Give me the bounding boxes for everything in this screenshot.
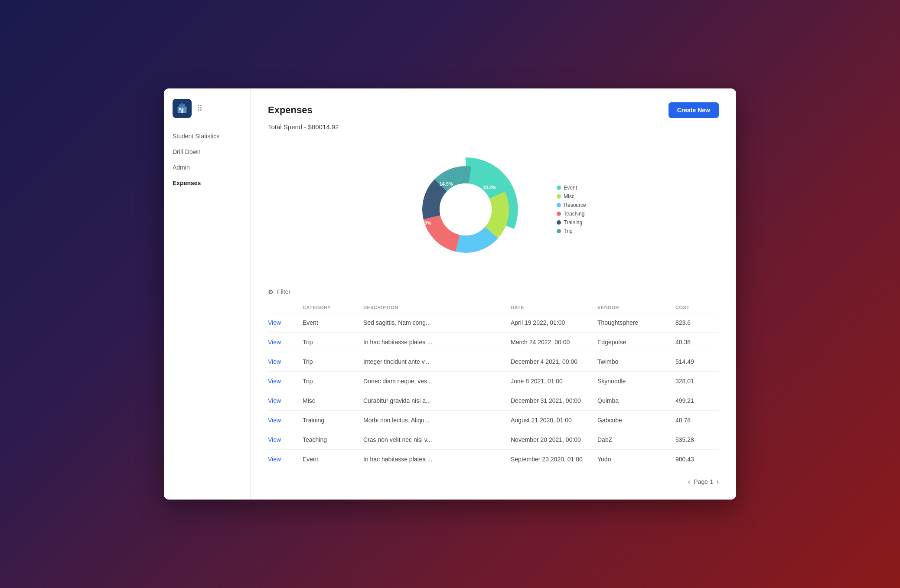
svg-text:17.6%: 17.6%: [435, 264, 449, 269]
cell-date-1: March 24 2022, 00:00: [511, 339, 597, 346]
view-link-4[interactable]: View: [268, 397, 303, 404]
col-header-vendor: VENDOR: [597, 305, 675, 310]
cell-vendor-6: DabZ: [597, 436, 675, 443]
cell-cost-4: 499.21: [675, 397, 719, 404]
svg-rect-2: [181, 103, 183, 105]
svg-rect-5: [181, 110, 183, 113]
table-row: View Event Sed sagittis. Nam cong... Apr…: [268, 313, 719, 333]
cell-description-5: Morbi non lectus. Aliqu...: [363, 417, 511, 424]
legend-item-event: Event: [557, 185, 586, 191]
legend-item-teaching: Teaching: [557, 211, 586, 217]
total-spend-label: Total Spend - $80014.92: [268, 123, 719, 131]
prev-page-button[interactable]: ‹: [688, 478, 690, 486]
cell-date-4: December 31 2021, 00:00: [511, 397, 597, 404]
legend-item-training: Training: [557, 219, 586, 225]
event-dot: [557, 186, 561, 190]
cell-category-3: Trip: [303, 378, 363, 385]
cell-date-0: April 19 2022, 01:00: [511, 319, 597, 326]
trip-dot: [557, 229, 561, 233]
col-header-action: [268, 305, 303, 310]
filter-row[interactable]: ⚙ Filter: [268, 288, 719, 295]
page-label: Page 1: [694, 478, 713, 485]
legend-item-resource: Resource: [557, 202, 586, 208]
col-header-description: DESCRIPTION: [363, 305, 511, 310]
page-title: Expenses: [268, 105, 313, 116]
sidebar-item-student-statistics[interactable]: Student Statistics: [164, 128, 250, 144]
donut-chart: 18.2% 18.3% 17.1% 17.6% 15.9% 14.9%: [401, 144, 531, 274]
legend-label-teaching: Teaching: [564, 211, 584, 217]
chart-section: 18.2% 18.3% 17.1% 17.6% 15.9% 14.9%: [268, 144, 719, 274]
cell-vendor-2: Twimbo: [597, 358, 675, 365]
view-link-7[interactable]: View: [268, 456, 303, 463]
table-row: View Training Morbi non lectus. Aliqu...…: [268, 411, 719, 430]
table-row: View Trip Integer tincidunt ante v... De…: [268, 352, 719, 372]
cell-description-3: Donec diam neque, ves...: [363, 378, 511, 385]
cell-cost-6: 535.28: [675, 436, 719, 443]
logo-icon: [173, 99, 192, 118]
svg-text:18.3%: 18.3%: [503, 235, 517, 241]
legend-item-trip: Trip: [557, 228, 586, 234]
cell-vendor-5: Gabcube: [597, 417, 675, 424]
svg-text:15.9%: 15.9%: [418, 220, 431, 225]
cell-cost-0: 823.6: [675, 319, 719, 326]
cell-date-7: September 23 2020, 01:00: [511, 456, 597, 463]
table-row: View Trip In hac habitasse platea ... Ma…: [268, 333, 719, 352]
table-row: View Trip Donec diam neque, ves... June …: [268, 372, 719, 391]
cell-cost-3: 328.01: [675, 378, 719, 385]
cell-date-5: August 21 2020, 01:00: [511, 417, 597, 424]
svg-text:17.1%: 17.1%: [478, 270, 491, 274]
view-link-1[interactable]: View: [268, 339, 303, 346]
main-content: Expenses Create New Total Spend - $80014…: [251, 88, 736, 500]
table-row: View Teaching Cras non velit nec nisi v.…: [268, 430, 719, 450]
table-body: View Event Sed sagittis. Nam cong... Apr…: [268, 313, 719, 469]
chart-legend: Event Misc Resource Teaching Training: [557, 185, 586, 234]
cell-vendor-7: Yodo: [597, 456, 675, 463]
view-link-2[interactable]: View: [268, 358, 303, 365]
misc-dot: [557, 194, 561, 199]
cell-cost-1: 48.38: [675, 339, 719, 346]
cell-category-7: Event: [303, 456, 363, 463]
cell-cost-7: 980.43: [675, 456, 719, 463]
cell-category-6: Teaching: [303, 436, 363, 443]
cell-vendor-3: Skynoodle: [597, 378, 675, 385]
next-page-button[interactable]: ›: [717, 478, 719, 486]
main-header: Expenses Create New: [268, 102, 719, 118]
sidebar-item-expenses[interactable]: Expenses: [164, 175, 250, 191]
cell-vendor-1: Edgepulse: [597, 339, 675, 346]
cell-description-6: Cras non velit nec nisi v...: [363, 436, 511, 443]
cell-category-5: Training: [303, 417, 363, 424]
legend-label-misc: Misc: [564, 193, 574, 199]
view-link-6[interactable]: View: [268, 436, 303, 443]
view-link-3[interactable]: View: [268, 378, 303, 385]
create-new-button[interactable]: Create New: [668, 102, 719, 118]
view-link-5[interactable]: View: [268, 417, 303, 424]
pagination: ‹ Page 1 ›: [268, 478, 719, 486]
cell-cost-5: 48.78: [675, 417, 719, 424]
legend-label-training: Training: [564, 219, 582, 225]
legend-item-misc: Misc: [557, 193, 586, 199]
cell-vendor-0: Thoughtsphere: [597, 319, 675, 326]
cell-category-2: Trip: [303, 358, 363, 365]
filter-icon: ⚙: [268, 288, 274, 295]
cell-vendor-4: Quimba: [597, 397, 675, 404]
cell-description-4: Curabitur gravida nisi a...: [363, 397, 511, 404]
view-link-0[interactable]: View: [268, 319, 303, 326]
cell-category-1: Trip: [303, 339, 363, 346]
svg-point-12: [440, 183, 492, 235]
table-header: CATEGORY DESCRIPTION DATE VENDOR COST: [268, 302, 719, 313]
filter-label: Filter: [277, 288, 290, 295]
sidebar-logo: ⠿: [164, 99, 250, 128]
cell-description-0: Sed sagittis. Nam cong...: [363, 319, 511, 326]
sidebar-item-drill-down[interactable]: Drill-Down: [164, 144, 250, 160]
legend-label-trip: Trip: [564, 228, 572, 234]
sidebar: ⠿ Student Statistics Drill-Down Admin Ex…: [164, 88, 251, 500]
grid-icon[interactable]: ⠿: [197, 104, 202, 113]
cell-description-2: Integer tincidunt ante v...: [363, 358, 511, 365]
teaching-dot: [557, 212, 561, 216]
svg-text:14.9%: 14.9%: [440, 181, 453, 186]
cell-date-2: December 4 2021, 00:00: [511, 358, 597, 365]
cell-description-1: In hac habitasse platea ...: [363, 339, 511, 346]
legend-label-event: Event: [564, 185, 577, 191]
sidebar-item-admin[interactable]: Admin: [164, 160, 250, 175]
cell-category-0: Event: [303, 319, 363, 326]
